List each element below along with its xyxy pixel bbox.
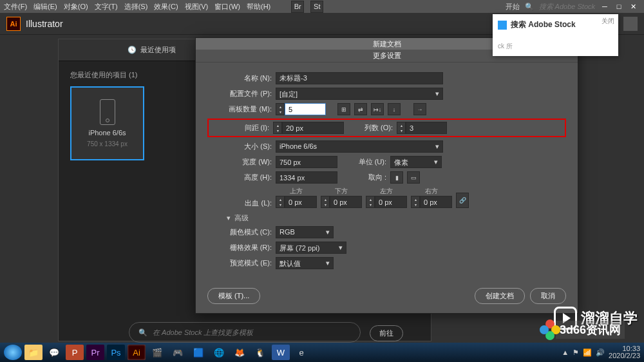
stock-search-bar[interactable]: 🔍 在 Adobe Stock 上查找更多模板 — [129, 322, 361, 343]
go-button[interactable]: 前往 — [370, 325, 403, 341]
start-orb-icon[interactable] — [4, 345, 22, 360]
colormode-label-dlg: 颜色模式 (C): — [207, 227, 272, 237]
cancel-button[interactable]: 取消 — [530, 288, 566, 304]
preview-select[interactable]: 默认值 — [276, 257, 334, 269]
app-logo-icon: Ai — [6, 17, 21, 31]
menu-edit[interactable]: 编辑(E) — [33, 2, 57, 12]
dialog-title: 新建文档 — [373, 39, 401, 49]
bridge-icon[interactable]: Br — [291, 1, 304, 13]
clock[interactable]: 10:332020/2/23 — [609, 345, 640, 359]
advanced-header[interactable]: ▾高级 — [227, 213, 566, 223]
artboards-label: 画板数量 (M): — [207, 104, 272, 114]
arrange-down-icon[interactable]: ↦↓ — [371, 103, 384, 115]
media-icon[interactable]: 🎬 — [148, 345, 166, 360]
system-tray[interactable]: ▲ ⚑ 📶 🔊 10:332020/2/23 — [562, 345, 640, 359]
menu-window[interactable]: 窗口(W) — [214, 2, 240, 12]
create-button[interactable]: 创建文档 — [475, 288, 525, 304]
menu-effect[interactable]: 效果(C) — [154, 2, 178, 12]
landscape-btn-icon[interactable]: ▭ — [407, 171, 420, 184]
stock-search-popup: 关闭 搜索 Adobe Stock ck 所 — [493, 14, 618, 56]
tray-up-icon[interactable]: ▲ — [562, 348, 569, 356]
search-placeholder: 在 Adobe Stock 上查找更多模板 — [153, 328, 254, 338]
collapse-icon: ▾ — [227, 214, 231, 222]
highlighted-row: 间距 (I): ▴▾ 列数 (O): ▴▾ — [207, 119, 566, 137]
search-icon: 🔍 — [138, 329, 147, 337]
window-min-icon[interactable]: ─ — [600, 2, 609, 11]
windows-taskbar: 📁 💬 P Pr Ps Ai 🎬 🎮 🟦 🌐 🦊 🐧 W e ▲ ⚑ 📶 🔊 1… — [0, 343, 644, 362]
spacing-input[interactable] — [282, 122, 344, 134]
cols-input[interactable] — [406, 122, 447, 134]
top-right-controls: 开始 🔍 搜索 Adobe Stock ─ □ ✕ — [506, 0, 644, 13]
menu-object[interactable]: 对象(O) — [64, 2, 88, 12]
arrange-col-icon[interactable]: ↓ — [388, 103, 401, 115]
preset-tile[interactable]: iPhone 6/6s 750 x 1334 px — [70, 86, 144, 160]
width-input[interactable] — [276, 156, 337, 168]
bleed-bot-input[interactable] — [330, 196, 362, 208]
start-label[interactable]: 开始 — [506, 2, 520, 12]
bleed-left-input[interactable] — [375, 196, 407, 208]
bleed-bot-h: 下方 — [321, 187, 362, 196]
stock-search-placeholder[interactable]: 搜索 Adobe Stock — [539, 2, 595, 12]
preset-name: iPhone 6/6s — [88, 129, 126, 137]
illustrator-icon[interactable]: Ai — [128, 345, 146, 360]
link-bleed-dlg-icon[interactable]: 🔗 — [456, 193, 469, 208]
size-select[interactable]: iPhone 6/6s — [276, 140, 443, 153]
photoshop-icon[interactable]: Ps — [107, 345, 125, 360]
bleed-right-h: 右方 — [411, 187, 452, 196]
window-max-icon[interactable]: □ — [614, 2, 623, 11]
cols-label: 列数 (O): — [348, 123, 393, 133]
bleed-left-h: 左方 — [366, 187, 407, 196]
firefox-icon[interactable]: 🦊 — [231, 345, 249, 360]
word-icon[interactable]: W — [272, 345, 290, 360]
artboards-input[interactable] — [285, 103, 326, 115]
portrait-btn-icon[interactable]: ▮ — [390, 171, 403, 184]
profile-label: 配置文件 (P): — [207, 89, 272, 99]
preview-label: 预览模式 (E): — [207, 258, 272, 268]
colormode-select-dlg[interactable]: RGB — [276, 226, 334, 238]
tray-net-icon[interactable]: 📶 — [583, 348, 592, 357]
explorer-icon[interactable]: 📁 — [24, 345, 43, 360]
user-avatar-icon[interactable] — [623, 17, 638, 31]
profile-select[interactable]: [自定] — [276, 88, 443, 100]
ie-icon[interactable]: e — [292, 345, 310, 360]
tray-flag-icon[interactable]: ⚑ — [573, 348, 579, 357]
stock-icon[interactable]: St — [310, 1, 323, 13]
stock-badge-icon — [498, 21, 507, 30]
watermark-flower-icon — [540, 319, 560, 340]
game-icon[interactable]: 🎮 — [169, 345, 187, 360]
phone-icon — [100, 99, 115, 125]
height-input[interactable] — [276, 171, 337, 184]
name-input[interactable] — [276, 72, 443, 84]
unit-select-dlg[interactable]: 像素 — [390, 156, 442, 168]
powerpoint-icon[interactable]: P — [66, 345, 84, 360]
size-label: 大小 (S): — [207, 142, 272, 151]
tray-vol-icon[interactable]: 🔊 — [596, 348, 605, 357]
menu-file[interactable]: 文件(F) — [4, 2, 27, 12]
menu-type[interactable]: 文字(T) — [95, 2, 118, 12]
premiere-icon[interactable]: Pr — [86, 345, 104, 360]
template-button[interactable]: 模板 (T)... — [207, 288, 260, 304]
menu-view[interactable]: 视图(V) — [185, 2, 209, 12]
raster-select[interactable]: 屏幕 (72 ppi) — [276, 242, 346, 254]
menu-select[interactable]: 选择(S) — [124, 2, 148, 12]
grid-row-icon[interactable]: ⊞ — [337, 103, 350, 115]
bleed-top-input[interactable] — [285, 196, 317, 208]
arrange-ltr-icon[interactable]: → — [413, 103, 426, 115]
chrome-icon[interactable]: 🌐 — [210, 345, 228, 360]
preset-dims: 750 x 1334 px — [87, 140, 128, 148]
bleed-label: 出血 (L): — [207, 198, 272, 208]
wechat-icon[interactable]: 💬 — [45, 345, 63, 360]
raster-label: 栅格效果 (R): — [207, 243, 272, 252]
unit-label: 单位 (U): — [341, 157, 386, 167]
app-blue-icon[interactable]: 🟦 — [189, 345, 207, 360]
window-close-icon[interactable]: ✕ — [629, 2, 638, 11]
popup-close-label[interactable]: 关闭 — [601, 17, 614, 26]
stock-search-label[interactable]: 搜索 Adobe Stock — [511, 19, 576, 30]
clock-icon: 🕓 — [128, 46, 137, 54]
spacing-label: 间距 (I): — [211, 123, 269, 133]
stock-hint: ck 所 — [498, 42, 613, 51]
arrange-rtl-icon[interactable]: ⇄ — [354, 103, 367, 115]
qq-icon[interactable]: 🐧 — [251, 345, 269, 360]
bleed-right-input[interactable] — [420, 196, 452, 208]
menu-help[interactable]: 帮助(H) — [247, 2, 270, 12]
